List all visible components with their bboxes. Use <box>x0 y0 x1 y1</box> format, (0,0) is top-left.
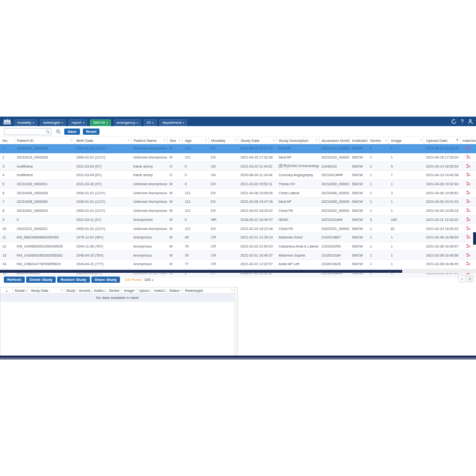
restore-study-button[interactable]: Restore Study <box>57 277 89 283</box>
cell-upload-date: 2021-02-08 16:48:59 <box>424 233 460 242</box>
cell-patient-id: multiframe <box>14 162 74 171</box>
assign-column-header-study-date[interactable]: Study Date⇅ <box>29 288 64 294</box>
study-row[interactable]: 3multiframe2021-03-04 (0Y)frame anonyO0U… <box>0 162 476 171</box>
assign-column-header-sort[interactable]: ▲ <box>0 288 12 294</box>
column-header-upload-date[interactable]: Upload Date▼ <box>424 137 460 144</box>
study-row[interactable]: 520210330_00000112021-03-30 (0Y)Unknown … <box>0 179 476 188</box>
nav-item-radiologist[interactable]: radiologist▾ <box>40 119 66 126</box>
column-header-study-description[interactable]: Study Description⇅ <box>276 137 319 144</box>
study-row[interactable]: 12KM_144965265192543455351944-11-06 (76Y… <box>0 242 476 251</box>
delete-study-button[interactable]: Delete Study <box>26 277 56 283</box>
column-header-accession-number[interactable]: Accession Number⇅ <box>319 137 349 144</box>
cell-matching <box>460 188 476 198</box>
assign-column-header-series[interactable]: Series⇅ <box>107 288 122 294</box>
assign-column-header-status[interactable]: Status⇅ <box>167 288 183 294</box>
column-header-patient-id[interactable]: Patient ID⇅ <box>14 137 74 144</box>
assign-column-header-modal[interactable]: Modal...⇅ <box>12 288 29 294</box>
assign-column-header-study[interactable]: Study ...⇅ <box>64 288 77 294</box>
no-match-icon[interactable] <box>466 244 470 248</box>
user-settings-icon[interactable] <box>468 119 473 124</box>
column-header-study-date[interactable]: Study Date⇅ <box>238 137 276 144</box>
assignment-scrollbar[interactable] <box>234 288 238 356</box>
assign-column-header-radiologist[interactable]: Radiologist⇅ <box>183 288 234 294</box>
no-match-icon[interactable] <box>466 208 470 212</box>
study-row[interactable]: 820210402_00000241900-01-01 (121Y)Unknow… <box>0 206 476 215</box>
column-header-series[interactable]: Series⇅ <box>367 137 388 144</box>
cell-study-date: 2021-03-30 15:52:11 <box>238 179 276 188</box>
cell-upload-date: 2021-02-08 16:46:49 <box>424 259 460 268</box>
cell-modality: DX <box>208 198 238 207</box>
page-button-1[interactable]: 1 <box>458 275 466 282</box>
study-row[interactable]: 902021-03-11 (0Y)AnonymizedM0MR2016-09-2… <box>0 215 476 224</box>
column-header-institution[interactable]: Institution⇅ <box>349 137 367 144</box>
study-row[interactable]: 14KM_22863147787690556191944-04-21 (77Y)… <box>0 259 476 268</box>
sort-icon: ⇅ <box>163 288 166 292</box>
nav-item-io[interactable]: IO▾ <box>144 119 156 126</box>
cell-institution: SMCW <box>349 162 367 171</box>
no-match-icon[interactable] <box>466 190 470 195</box>
no-match-icon[interactable] <box>466 164 470 168</box>
cell-study-description: Coronary Angiography <box>276 171 319 180</box>
cell-birth-date: 1975-12-01 (45Y) <box>74 233 131 242</box>
no-match-icon[interactable] <box>466 146 470 150</box>
cell-sex: M <box>167 233 182 242</box>
study-row[interactable]: 1024022021_00000211900-01-01 (121Y)Unkno… <box>0 224 476 233</box>
study-row[interactable]: 720210308_00000831900-01-01 (121Y)Unknow… <box>0 198 476 207</box>
nav-item-smcw[interactable]: SMCW▾ <box>90 119 110 126</box>
study-row[interactable]: 620210406_00000281900-01-01 (121Y)Unknow… <box>0 188 476 198</box>
rows-per-page-select[interactable]: 100 ∨ <box>144 278 154 282</box>
no-match-icon[interactable] <box>466 155 470 159</box>
no-match-icon[interactable] <box>466 235 470 239</box>
horizontal-scrollbar[interactable] <box>0 269 476 273</box>
column-header-age[interactable]: Age⇅ <box>182 137 208 144</box>
assign-column-header-access[interactable]: Access...⇅ <box>77 288 92 294</box>
reset-button[interactable]: Reset <box>83 129 100 135</box>
cell-modality: CR <box>208 233 238 242</box>
study-row[interactable]: 13KM_141660928526929553621945-04-20 (76Y… <box>0 251 476 260</box>
nav-item-emergency[interactable]: emergency▾ <box>114 119 141 126</box>
no-match-icon[interactable] <box>466 217 470 221</box>
page-button-2[interactable]: 2 <box>466 275 474 282</box>
cell-sex: M <box>167 153 182 162</box>
assign-column-header-image[interactable]: Image⇅ <box>122 288 137 294</box>
study-row[interactable]: 220210415_00000281900-01-01 (121Y)Unknow… <box>0 153 476 162</box>
assign-column-header-uploa[interactable]: Uploa...⇅ <box>137 288 152 294</box>
column-header-sex[interactable]: Sex⇅ <box>167 137 182 144</box>
column-header-birth-date[interactable]: Birth Date⇅ <box>74 137 131 144</box>
vertical-scrollbar-thumb[interactable] <box>473 232 476 245</box>
study-row[interactable]: 11KM_5800365989842594531975-12-01 (45Y)A… <box>0 233 476 242</box>
nav-item-modality[interactable]: modality▾ <box>14 119 37 126</box>
save-button[interactable]: Save <box>64 129 80 135</box>
study-row[interactable]: 120210415_00000281900-01-01 (121Y)Unknow… <box>0 144 476 153</box>
no-match-icon[interactable] <box>466 199 470 203</box>
no-match-icon[interactable] <box>466 226 470 230</box>
search-input[interactable] <box>4 129 46 134</box>
cell-birth-date: 2021-03-04 (0Y) <box>74 162 131 171</box>
assign-column-header-match[interactable]: match...⇅ <box>152 288 167 294</box>
cell-modality: CR <box>208 259 238 268</box>
nav-item-department[interactable]: department▾ <box>159 119 187 126</box>
cell-age: 121 <box>182 188 208 198</box>
help-icon[interactable]: ? <box>461 119 464 124</box>
advanced-search-icon[interactable] <box>56 129 61 134</box>
cell-image: 7 <box>388 171 424 180</box>
column-header-patient-name[interactable]: Patient Name⇅ <box>131 137 167 144</box>
column-header-modality[interactable]: Modality⇅ <box>208 137 238 144</box>
column-header-image[interactable]: Image⇅ <box>388 137 424 144</box>
no-match-icon[interactable] <box>466 253 470 257</box>
no-match-icon[interactable] <box>466 181 470 186</box>
horizontal-scrollbar-thumb[interactable] <box>0 270 402 273</box>
sort-icon: ⇅ <box>234 139 237 142</box>
assign-column-header-institu[interactable]: Institu...⇅ <box>92 288 107 294</box>
nav-item-report[interactable]: report▾ <box>69 119 87 126</box>
column-header-matching: matching <box>460 137 476 144</box>
sort-icon: ⇅ <box>127 139 129 142</box>
cell-accession-number: 20210413### <box>319 171 349 180</box>
search-box <box>4 128 51 135</box>
refresh-button[interactable]: Refresh <box>4 277 25 283</box>
study-row[interactable]: 4multiframe2021-03-04 (0Y)frame anonyO0X… <box>0 171 476 180</box>
no-match-icon[interactable] <box>466 261 470 266</box>
refresh-icon[interactable] <box>451 119 456 124</box>
no-match-icon[interactable] <box>466 172 470 177</box>
share-study-button[interactable]: Share Study <box>91 277 120 283</box>
